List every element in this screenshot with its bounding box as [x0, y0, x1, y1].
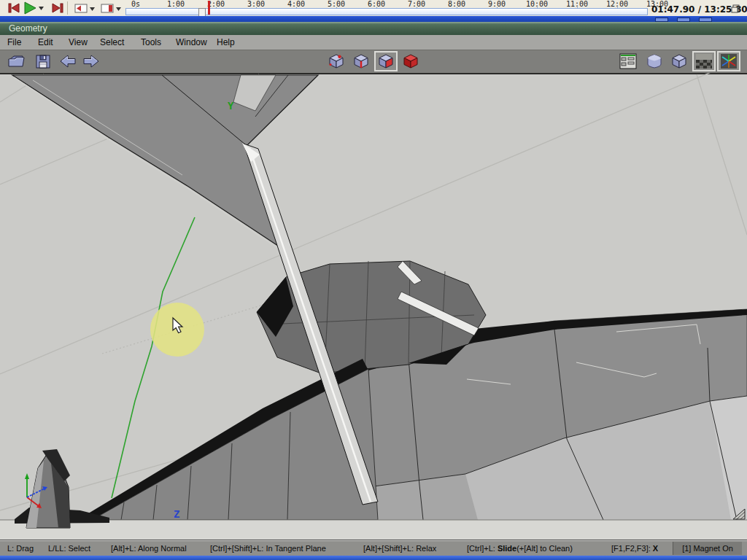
prev-frame-button[interactable]: [73, 1, 98, 15]
status-segment: [F1,F2,F3]: X: [611, 544, 658, 553]
play-button[interactable]: [22, 1, 47, 15]
smooth-cube-icon: [646, 53, 663, 69]
ground-plane-toggle-button[interactable]: [693, 52, 715, 71]
viewport-canvas[interactable]: Y Z: [0, 73, 747, 540]
magnet-text: [1] Magnet On: [682, 544, 733, 553]
screen: 0s 1:00 2:00 3:00 4:00 5:00 6:00 7:00 8:…: [0, 0, 747, 560]
status-segment: L/LL: Select: [48, 544, 90, 553]
select-face-mode-button[interactable]: [375, 52, 397, 71]
skip-end-icon: [51, 2, 64, 14]
forward-arrow-icon: [82, 53, 101, 69]
skip-start-icon: [7, 2, 20, 14]
axis-label-y: Y: [228, 100, 234, 112]
menu-tools[interactable]: Tools: [141, 37, 161, 47]
smooth-shading-button[interactable]: [643, 52, 665, 71]
panel-toggle-button[interactable]: [617, 52, 639, 71]
fin-mesh: [15, 449, 109, 528]
back-button[interactable]: [57, 52, 79, 71]
menu-window[interactable]: Window: [176, 37, 207, 47]
axis-label-z: Z: [174, 508, 179, 520]
toolbar: [0, 50, 747, 74]
ground-plane-icon: [695, 53, 713, 69]
status-text: (+[Alt] to Clean): [516, 544, 573, 553]
go-to-end-button[interactable]: [48, 1, 67, 15]
menu-bar: File Edit View Select Tools Window Help: [0, 35, 747, 50]
viewport-top-border: [0, 73, 747, 74]
menu-view[interactable]: View: [69, 37, 88, 47]
status-text-bold: Slide: [498, 544, 516, 553]
back-arrow-icon: [58, 53, 77, 69]
next-frame-button[interactable]: [99, 1, 124, 15]
status-text-bold: X: [653, 544, 658, 553]
go-to-start-button[interactable]: [4, 1, 23, 15]
flat-shading-button[interactable]: [668, 52, 690, 71]
viewport: Y Z: [0, 73, 747, 540]
save-floppy-icon: [34, 53, 52, 69]
status-bar: L: Drag L/LL: Select [Alt]+L: Along Norm…: [0, 540, 747, 556]
playhead[interactable]: [208, 1, 210, 15]
forward-button[interactable]: [80, 52, 102, 71]
flat-cube-icon: [670, 53, 688, 69]
edge-cube-icon: [352, 53, 370, 69]
axes-toggle-button[interactable]: [718, 52, 740, 71]
open-folder-icon: [7, 53, 26, 69]
object-cube-icon: [402, 53, 419, 69]
panel-icon: [619, 53, 637, 69]
magnet-indicator: [1] Magnet On: [673, 542, 742, 555]
select-edge-mode-button[interactable]: [350, 52, 372, 71]
status-segment: [Ctrl]+[Shift]+L: In Tangent Plane: [210, 544, 326, 553]
save-file-button[interactable]: [32, 52, 54, 71]
play-icon: [23, 1, 45, 15]
toolbar-separator: [67, 1, 68, 15]
status-segment: [Alt]+L: Along Normal: [111, 544, 187, 553]
frame-forward-icon: [101, 2, 123, 15]
app-titlebar: Geometry: [0, 22, 747, 36]
select-vertex-mode-button[interactable]: [325, 52, 347, 71]
player-bar: 0s 1:00 2:00 3:00 4:00 5:00 6:00 7:00 8:…: [0, 0, 747, 17]
vertex-cube-icon: [328, 53, 345, 69]
menu-file[interactable]: File: [7, 37, 21, 47]
axes-icon: [720, 53, 738, 69]
captured-window-titlebar-strip: [0, 16, 747, 22]
menu-help[interactable]: Help: [217, 37, 235, 47]
select-object-mode-button[interactable]: [400, 52, 422, 71]
frame-back-icon: [74, 2, 96, 15]
restore-window-icon[interactable]: [731, 3, 740, 12]
status-text: [Ctrl]+L:: [467, 544, 498, 553]
window-title: Geometry: [9, 23, 47, 34]
green-selection-line: [112, 217, 195, 498]
open-file-button[interactable]: [6, 52, 28, 71]
restore-glyph: [731, 4, 740, 13]
status-segment: [Ctrl]+L: Slide(+[Alt] to Clean): [467, 544, 573, 553]
ground-strip: [0, 520, 747, 540]
menu-edit[interactable]: Edit: [38, 37, 53, 47]
bottom-edge-strip: [0, 556, 747, 560]
menu-select[interactable]: Select: [100, 37, 124, 47]
status-text: [F1,F2,F3]:: [611, 544, 653, 553]
status-segment: L: Drag: [7, 544, 34, 553]
face-cube-icon: [377, 53, 395, 69]
status-segment: [Alt]+[Shift]+L: Relax: [363, 544, 436, 553]
